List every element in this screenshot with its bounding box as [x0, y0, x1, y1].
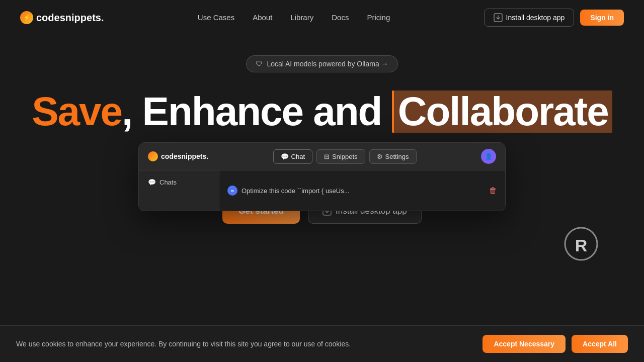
- app-preview-logo: codesnippets.: [148, 151, 208, 161]
- accept-necessary-button[interactable]: Accept Necessary: [482, 335, 566, 353]
- sidebar-chat-icon: 💬: [148, 178, 156, 186]
- nav-library[interactable]: Library: [290, 13, 313, 22]
- app-body: 💬 Chats ∞ Optimize this code ``import { …: [139, 170, 505, 211]
- app-nav-chat-label: Chat: [291, 153, 305, 160]
- app-prompt: ∞ Optimize this code ``import { useUs...: [227, 186, 350, 196]
- badge-text: Local AI models powered by Ollama →: [267, 60, 388, 68]
- headline-save: Save: [32, 89, 122, 134]
- ai-badge[interactable]: 🛡 Local AI models powered by Ollama →: [246, 55, 397, 72]
- headline-comma: ,: [122, 89, 132, 134]
- logo: ⚡ codesnippets.: [20, 11, 104, 24]
- main-content: 🛡 Local AI models powered by Ollama → Sa…: [0, 35, 644, 249]
- accept-all-button[interactable]: Accept All: [572, 335, 628, 353]
- hero-headline: Save, Enhance and Collaborate: [32, 90, 612, 133]
- settings-icon: ⚙: [377, 153, 383, 160]
- delete-icon[interactable]: 🗑: [489, 186, 497, 195]
- nav-use-cases[interactable]: Use Cases: [198, 13, 234, 22]
- app-preview: codesnippets. 💬 Chat ⊟ Snippets ⚙ Settin…: [138, 142, 506, 211]
- app-prompt-text: Optimize this code ``import { useUs...: [242, 187, 350, 195]
- nav-pricing[interactable]: Pricing: [367, 13, 390, 22]
- app-nav-settings[interactable]: ⚙ Settings: [369, 149, 417, 164]
- nav-links: Use Cases About Library Docs Pricing: [198, 13, 390, 22]
- app-sidebar-chats-label: Chats: [159, 178, 177, 186]
- app-header: codesnippets. 💬 Chat ⊟ Snippets ⚙ Settin…: [139, 143, 505, 170]
- cookie-banner: We use cookies to enhance your experienc…: [0, 325, 644, 362]
- svg-text:R: R: [575, 236, 588, 255]
- logo-text: codesnippets.: [36, 12, 104, 24]
- headline-enhance-and: Enhance and: [132, 89, 391, 134]
- app-avatar: 👤: [481, 149, 496, 164]
- app-nav-snippets[interactable]: ⊟ Snippets: [316, 149, 365, 164]
- navbar: ⚡ codesnippets. Use Cases About Library …: [0, 0, 644, 35]
- signin-button[interactable]: Sign in: [580, 10, 624, 26]
- install-nav-label: Install desktop app: [506, 14, 565, 22]
- shield-icon: 🛡: [256, 60, 263, 68]
- app-preview-logo-text: codesnippets.: [161, 152, 208, 160]
- app-prompt-icon: ∞: [227, 186, 237, 196]
- app-content: ∞ Optimize this code ``import { useUs...…: [219, 170, 505, 211]
- logo-snippets-text: snippets.: [60, 12, 104, 23]
- nav-actions: Install desktop app Sign in: [484, 9, 624, 27]
- nav-about[interactable]: About: [253, 13, 272, 22]
- install-nav-button[interactable]: Install desktop app: [484, 9, 575, 27]
- r-logo-float: R: [564, 226, 599, 261]
- cookie-text: We use cookies to enhance your experienc…: [16, 340, 351, 348]
- install-nav-icon: [494, 13, 503, 22]
- snippets-icon: ⊟: [324, 153, 330, 160]
- app-sidebar-chats[interactable]: 💬 Chats: [145, 176, 213, 188]
- headline-collaborate-wrap: Collaborate: [392, 90, 612, 133]
- app-nav-settings-label: Settings: [385, 153, 409, 160]
- app-nav: 💬 Chat ⊟ Snippets ⚙ Settings: [273, 149, 417, 164]
- logo-icon: ⚡: [20, 11, 33, 24]
- logo-code-text: code: [36, 12, 60, 23]
- app-preview-logo-icon: [148, 151, 158, 161]
- chat-icon: 💬: [281, 153, 289, 160]
- cookie-actions: Accept Necessary Accept All: [482, 335, 628, 353]
- headline-collaborate: Collaborate: [398, 89, 608, 134]
- nav-docs[interactable]: Docs: [332, 13, 349, 22]
- app-nav-snippets-label: Snippets: [332, 153, 358, 160]
- app-sidebar: 💬 Chats: [139, 170, 219, 211]
- app-nav-chat[interactable]: 💬 Chat: [273, 149, 312, 164]
